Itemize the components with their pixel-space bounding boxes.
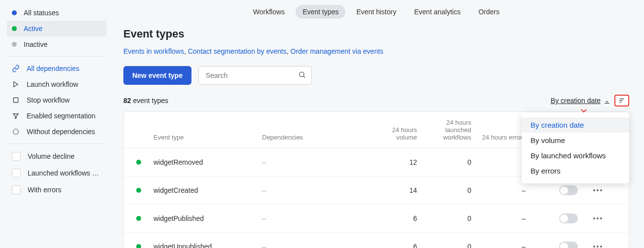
row-name: widgetRemoved xyxy=(153,158,262,166)
sidebar-dep-stop[interactable]: Stop workflow xyxy=(7,92,107,108)
search-input[interactable] xyxy=(198,66,312,85)
row-toggle[interactable] xyxy=(559,242,578,248)
new-event-type-button[interactable]: New event type xyxy=(123,66,191,85)
filter-launched-decline[interactable]: Launched workflows de… xyxy=(7,165,107,181)
page-title: Event types xyxy=(123,28,629,40)
row-toggle[interactable] xyxy=(559,213,578,223)
row-name: widgetPublished xyxy=(153,214,262,222)
sort-area: By creation date ⌄ By creation date By v… xyxy=(551,95,629,106)
row-volume: 6 xyxy=(371,243,425,248)
top-nav: Workflows Event types Event history Even… xyxy=(123,0,629,28)
svg-line-4 xyxy=(303,76,305,78)
sidebar-label: All statuses xyxy=(24,9,59,17)
th-volume: 24 hours volume xyxy=(371,126,425,141)
status-dot-icon xyxy=(136,160,141,165)
status-dot-icon xyxy=(136,244,141,248)
link-events-workflows[interactable]: Events in workflows xyxy=(123,47,184,55)
sort-option-launched[interactable]: By launched workflows xyxy=(522,148,629,163)
sort-selected-label: By creation date xyxy=(551,97,601,105)
checkbox-icon[interactable] xyxy=(12,152,21,161)
sidebar-label: All dependencies xyxy=(27,65,79,72)
status-dot-icon xyxy=(136,188,141,193)
sidebar-label: Launch workflow xyxy=(27,80,78,88)
tab-event-analytics[interactable]: Event analytics xyxy=(407,5,467,19)
checkbox-icon[interactable] xyxy=(12,169,21,177)
tab-event-types[interactable]: Event types xyxy=(296,5,345,19)
sidebar-label: Stop workflow xyxy=(27,96,70,104)
table-row: widgetPublished – 6 0 – xyxy=(124,204,629,232)
row-toggle[interactable] xyxy=(559,185,578,195)
row-dep: – xyxy=(262,158,371,166)
search-icon xyxy=(298,71,306,80)
sidebar-status-all[interactable]: All statuses xyxy=(7,5,107,21)
results-count: 82 event types xyxy=(123,97,168,105)
status-dot-icon xyxy=(12,10,17,15)
filter-label: With errors xyxy=(28,186,61,194)
table-row: widgetUnpublished – 6 0 – xyxy=(124,232,629,248)
row-errors: – xyxy=(479,243,533,248)
count-number: 82 xyxy=(123,97,131,105)
svg-marker-0 xyxy=(14,82,18,87)
row-name: widgetUnpublished xyxy=(153,243,262,248)
status-dot-icon xyxy=(12,26,17,31)
row-volume: 6 xyxy=(371,214,425,222)
row-launched: 0 xyxy=(425,186,479,194)
sidebar-dep-segmentation[interactable]: Enabled segmentation xyxy=(7,108,107,124)
th-event-type: Event type xyxy=(153,134,262,141)
sidebar-label: Active xyxy=(24,25,42,33)
stop-icon xyxy=(12,96,20,104)
main-content: Workflows Event types Event history Even… xyxy=(114,0,644,248)
sidebar: All statuses Active Inactive All depende… xyxy=(0,0,114,248)
sort-option-creation[interactable]: By creation date xyxy=(522,117,629,133)
sidebar-status-inactive[interactable]: Inactive xyxy=(7,36,107,52)
sidebar-label: Inactive xyxy=(24,40,47,48)
tab-event-history[interactable]: Event history xyxy=(349,5,403,19)
sort-direction-button[interactable] xyxy=(614,95,629,106)
row-errors: – xyxy=(479,214,533,222)
filter-label: Volume decline xyxy=(28,152,75,160)
unlink-icon xyxy=(12,128,20,136)
th-dependencies: Dependencies xyxy=(262,134,371,141)
link-icon xyxy=(12,65,20,72)
row-dep: – xyxy=(262,243,371,248)
tab-workflows[interactable]: Workflows xyxy=(246,5,292,19)
status-dot-icon xyxy=(136,216,141,221)
sidebar-dep-all[interactable]: All dependencies xyxy=(7,61,107,76)
filter-with-errors[interactable]: With errors xyxy=(7,181,107,198)
row-volume: 14 xyxy=(371,186,425,194)
filter-volume-decline[interactable]: Volume decline xyxy=(7,148,107,165)
svg-point-2 xyxy=(13,129,19,135)
row-launched: 0 xyxy=(425,214,479,222)
row-menu-button[interactable] xyxy=(583,186,612,194)
row-launched: 0 xyxy=(425,243,479,248)
row-volume: 12 xyxy=(371,158,425,166)
row-dep: – xyxy=(262,186,371,194)
sidebar-dep-launch[interactable]: Launch workflow xyxy=(7,76,107,92)
sidebar-label: Enabled segmentation xyxy=(27,112,95,120)
tab-orders[interactable]: Orders xyxy=(471,5,506,19)
row-errors: – xyxy=(479,186,533,194)
svg-point-3 xyxy=(300,72,304,76)
sidebar-label: Without dependencies xyxy=(27,128,95,136)
row-menu-button[interactable] xyxy=(583,243,612,248)
filter-icon xyxy=(12,112,20,120)
status-dot-icon xyxy=(12,42,17,47)
row-dep: – xyxy=(262,214,371,222)
sidebar-status-active[interactable]: Active xyxy=(7,21,107,36)
row-menu-button[interactable] xyxy=(583,214,612,222)
play-icon xyxy=(12,80,20,88)
sort-dropdown-trigger[interactable]: By creation date ⌄ xyxy=(551,97,609,105)
row-name: widgetCreated xyxy=(153,186,262,194)
row-launched: 0 xyxy=(425,158,479,166)
filter-label: Launched workflows de… xyxy=(28,169,102,177)
sort-dropdown-menu: By creation date By volume By launched w… xyxy=(522,112,629,183)
page-links: Events in workflows, Contact segmentatio… xyxy=(123,47,629,55)
sidebar-dep-without[interactable]: Without dependencies xyxy=(7,124,107,140)
link-contact-segmentation[interactable]: Contact segmentation by events xyxy=(188,47,287,55)
svg-rect-1 xyxy=(13,98,18,102)
th-launched: 24 hours launched workflows xyxy=(425,119,479,141)
sort-option-volume[interactable]: By volume xyxy=(522,133,629,148)
checkbox-icon[interactable] xyxy=(12,185,21,194)
link-order-management[interactable]: Order management via events xyxy=(291,47,383,55)
sort-option-errors[interactable]: By errors xyxy=(522,163,629,178)
